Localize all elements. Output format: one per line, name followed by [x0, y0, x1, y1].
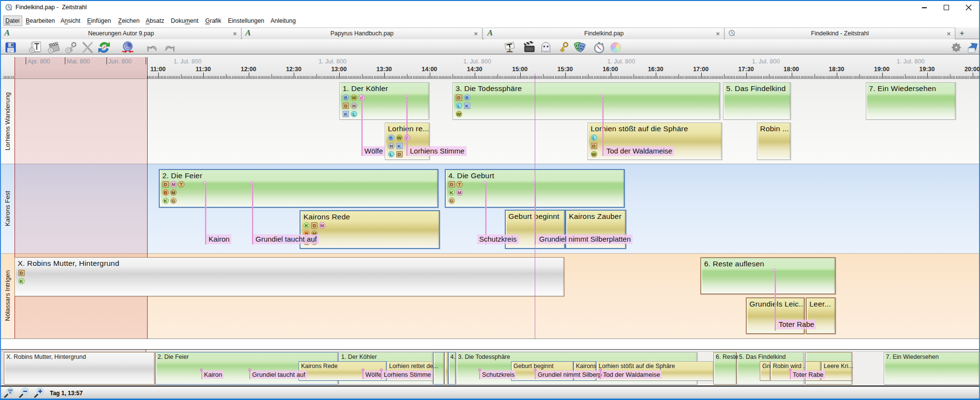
svg-text:M: M — [320, 223, 324, 228]
svg-text:H: H — [352, 103, 356, 108]
svg-text:T: T — [458, 182, 461, 187]
svg-text:%: % — [9, 391, 12, 394]
svg-text:H: H — [390, 143, 393, 149]
svg-text:T: T — [180, 182, 182, 187]
svg-text:M: M — [457, 190, 461, 195]
svg-text:M: M — [171, 182, 175, 187]
